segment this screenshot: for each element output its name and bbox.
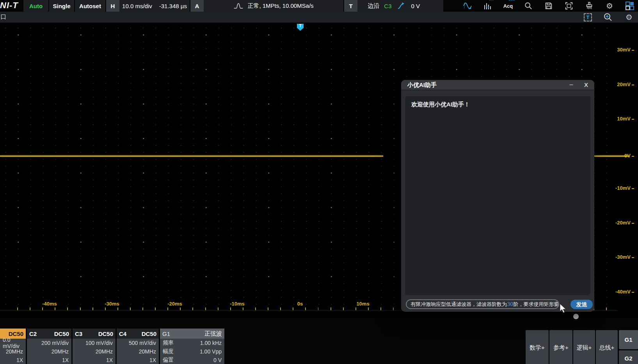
channel4-scale: 500 mV/div [117,339,159,347]
channel2-scale: 200 mV/div [27,339,71,347]
window-menu-label[interactable]: 窗口 [0,13,6,21]
trigger-source: C3 [384,3,391,9]
channel2-header[interactable]: C2 DC50 [27,329,71,339]
v-axis-label: -20mV [603,220,634,226]
v-axis-label: 0V [603,153,634,159]
axis-tick [632,292,634,293]
t-axis-label: 0s [297,301,303,307]
clear-brush-icon[interactable] [584,1,594,11]
channel4-coupling: DC50 [142,330,156,337]
input-text-highlight: 30 [507,301,514,307]
timebase-value: 10.0 ms/div [122,3,152,9]
send-button[interactable]: 发送 [570,300,593,309]
waveform-edit-icon[interactable] [462,1,473,11]
acq-label: Acq [503,3,513,9]
axis-tick [632,257,634,258]
horizontal-badge: H [106,0,119,12]
panel-drag-handle[interactable] [573,314,579,319]
channel3-id: C3 [75,330,82,337]
v-axis-label: -10mV [603,185,634,191]
input-text: 有限冲激响应型低通滤波器，滤波器阶数为 [411,301,507,307]
channel4-probe: 1X [117,356,159,364]
channel2-bandwidth: 20MHz [27,347,71,356]
channel3-coupling: DC50 [98,330,113,337]
pulse-waveform-icon [233,1,243,11]
v-axis-label: -30mV [603,254,634,260]
channel1-panel[interactable]: DC50 0.0 mV/div 20MHz 1X [0,329,26,364]
brand-logo: NI-T [0,0,18,11]
generator1-waveform: 正弦波 [204,330,222,337]
channel4-panel[interactable]: C4 DC50 500 mV/div 20MHz 1X [117,329,159,364]
channel2-id: C2 [29,330,37,337]
dialog-titlebar[interactable]: 小优AI助手 – X [401,80,594,90]
axis-tick [632,85,634,85]
generator1-amplitude-row: 幅度1.00 Vpp [160,347,224,356]
ultra-acq-icon[interactable]: Acq Ultra [503,1,513,11]
chat-input-field[interactable]: 有限冲激响应型低通滤波器，滤波器阶数为30阶，要求使用矩形窗 [406,299,559,309]
secondary-icon-strip: T ⚙ [584,12,634,22]
channel2-panel[interactable]: C2 DC50 200 mV/div 20MHz 1X [27,329,71,364]
input-text: 阶，要求使用矩形窗 [514,301,559,307]
save-icon[interactable] [544,1,554,11]
math-add-button[interactable]: 数学+ [526,330,549,364]
screen-capture-icon[interactable] [564,1,574,11]
t-axis-label: -10ms [230,301,245,307]
acquire-info: 正常, 1MPts, 10.00MSa/s [247,2,313,10]
generator2-button[interactable]: G2 [619,350,638,364]
bottom-status-section: DC50 0.0 mV/div 20MHz 1X C2 DC50 200 mV/… [0,318,638,364]
zoom-in-icon[interactable] [603,12,613,22]
trigger-level-value: 0 V [411,3,420,9]
channel2-coupling: DC50 [54,330,69,337]
rising-edge-icon [396,1,406,11]
generator1-id: G1 [162,330,170,337]
t-axis-label: 10ms [356,301,369,307]
secondary-toolbar: 窗口 T ⚙ [0,12,638,23]
acq-super-label: Ultra [508,0,515,1]
search-icon[interactable] [523,1,533,11]
channel1-probe: 1X [0,356,26,364]
channel2-probe: 1X [27,356,71,364]
single-button[interactable]: Single [49,0,74,12]
text-annotation-icon[interactable]: T [584,13,592,21]
dialog-title: 小优AI助手 [407,81,437,89]
bus-add-button[interactable]: 总线+ [596,330,618,364]
toolbar-icon-strip: FFT Acq Ultra ⚙ [462,0,635,12]
generator1-frequency-row: 频率1.00 kHz [160,339,224,347]
acquire-settings[interactable]: 正常, 1MPts, 10.00MSa/s [204,0,343,12]
channel4-id: C4 [119,330,126,337]
axis-tick [632,188,634,189]
channel1-coupling: DC50 [9,330,23,337]
horizontal-offset-value: -31.348 µs [159,3,187,9]
generator1-header[interactable]: G1 正弦波 [160,329,224,339]
axis-tick [632,119,634,120]
fft-label: FFT [489,0,494,1]
channel4-bandwidth: 20MHz [117,347,159,356]
t-axis-label: -20ms [167,301,182,307]
fft-icon[interactable]: FFT [483,1,493,11]
logic-add-button[interactable]: 逻辑+ [573,330,595,364]
generator1-panel[interactable]: G1 正弦波 频率1.00 kHz 幅度1.00 Vpp 偏置0 V [160,329,224,364]
minimize-button[interactable]: – [567,81,576,89]
channel4-header[interactable]: C4 DC50 [117,329,159,339]
generator1-button[interactable]: G1 [619,330,638,349]
top-toolbar: NI-T Auto Single Autoset H 10.0 ms/div -… [0,0,638,12]
channel1-trace-left[interactable] [0,155,383,157]
window-layout-icon[interactable] [625,1,635,11]
settings-gear-icon[interactable]: ⚙ [604,1,615,11]
trigger-settings[interactable]: 边沿 C3 0 V [357,0,443,12]
v-axis-label: -40mV [603,289,634,295]
reference-add-button[interactable]: 参考+ [549,330,572,364]
run-mode-button[interactable]: Auto [23,0,48,12]
axis-tick [632,223,634,224]
display-settings-gear-icon[interactable]: ⚙ [624,12,634,22]
axis-tick [632,156,634,157]
close-button[interactable]: X [581,81,591,89]
channel3-header[interactable]: C3 DC50 [73,329,116,339]
ai-assistant-dialog: 小优AI助手 – X 欢迎使用小优AI助手！ 有限冲激响应型低通滤波器，滤波器阶… [401,80,594,312]
generator1-offset-row: 偏置0 V [160,356,224,364]
autoset-button[interactable]: Autoset [75,0,105,12]
t-axis-label: -40ms [42,301,57,307]
channel3-panel[interactable]: C3 DC50 100 mV/div 20MHz 1X [73,329,116,364]
channel3-probe: 1X [73,356,116,364]
horizontal-settings[interactable]: 10.0 ms/div -31.348 µs [119,0,190,12]
